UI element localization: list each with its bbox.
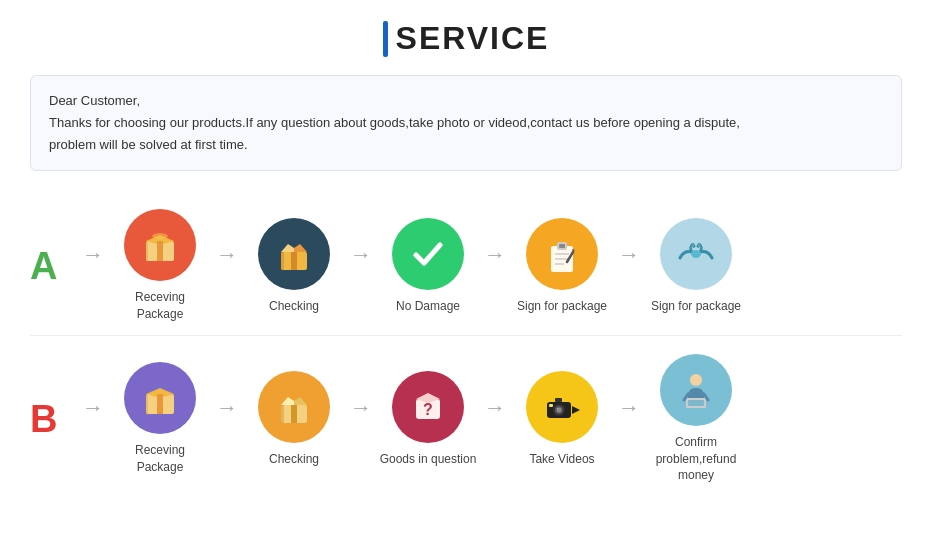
- svg-marker-26: [281, 405, 284, 423]
- arrow-a3: →: [484, 242, 506, 268]
- arrow-b0: →: [82, 395, 104, 421]
- b-label-2: Checking: [269, 451, 319, 468]
- svg-marker-7: [294, 244, 307, 252]
- svg-rect-41: [688, 400, 704, 406]
- notice-line1: Dear Customer,: [49, 90, 883, 112]
- svg-point-35: [557, 407, 559, 409]
- a-icon-4: [526, 218, 598, 290]
- svg-rect-27: [291, 405, 297, 423]
- title-accent-bar: [383, 21, 388, 57]
- svg-text:?: ?: [423, 401, 433, 418]
- a-icon-3: [392, 218, 464, 290]
- svg-rect-9: [291, 252, 297, 270]
- b-item-1: Receving Package: [110, 362, 210, 476]
- b-label-5: Confirm problem,refund money: [646, 434, 746, 484]
- a-label-4: Sign for package: [517, 298, 607, 315]
- svg-point-18: [691, 250, 701, 258]
- flow-row-a: A → Receving Package →: [30, 199, 902, 327]
- a-item-3: No Damage: [378, 218, 478, 315]
- b-item-5: Confirm problem,refund money: [646, 354, 746, 484]
- notice-line3: problem will be solved at first time.: [49, 134, 883, 156]
- title-row: SERVICE: [383, 20, 550, 57]
- arrow-b4: →: [618, 395, 640, 421]
- b-label-4: Take Videos: [529, 451, 594, 468]
- a-item-5: Sign for package: [646, 218, 746, 315]
- a-label-3: No Damage: [396, 298, 460, 315]
- notice-box: Dear Customer, Thanks for choosing our p…: [30, 75, 902, 171]
- svg-rect-12: [559, 244, 565, 248]
- b-item-3: ? Goods in question: [378, 371, 478, 468]
- a-icon-2: [258, 218, 330, 290]
- b-item-2: Checking: [244, 371, 344, 468]
- a-icon-5: [660, 218, 732, 290]
- a-label-5: Sign for package: [651, 298, 741, 315]
- a-item-4: Sign for package: [512, 218, 612, 315]
- b-label-3: Goods in question: [380, 451, 477, 468]
- b-icon-1: [124, 362, 196, 434]
- svg-point-39: [690, 374, 702, 386]
- a-icon-1: [124, 209, 196, 281]
- svg-marker-3: [146, 241, 148, 263]
- arrow-b2: →: [350, 395, 372, 421]
- arrow-b1: →: [216, 395, 238, 421]
- b-icon-4: [526, 371, 598, 443]
- row-divider: [30, 335, 902, 336]
- svg-marker-22: [146, 394, 148, 416]
- b-icon-3: ?: [392, 371, 464, 443]
- a-item-1: Receving Package: [110, 209, 210, 323]
- svg-rect-37: [549, 404, 553, 407]
- arrow-a2: →: [350, 242, 372, 268]
- svg-marker-6: [281, 244, 294, 252]
- b-icon-5: [660, 354, 732, 426]
- a-label-2: Checking: [269, 298, 319, 315]
- a-label-1: Receving Package: [110, 289, 210, 323]
- flow-row-b: B → Receving Package → Checking →: [30, 344, 902, 488]
- b-label-1: Receving Package: [110, 442, 210, 476]
- svg-marker-25: [294, 397, 307, 405]
- svg-rect-21: [157, 394, 163, 414]
- svg-rect-36: [555, 398, 562, 402]
- svg-rect-2: [157, 241, 163, 261]
- arrow-a0: →: [82, 242, 104, 268]
- b-item-4: Take Videos: [512, 371, 612, 468]
- arrow-a4: →: [618, 242, 640, 268]
- svg-marker-38: [572, 406, 580, 414]
- notice-line2: Thanks for choosing our products.If any …: [49, 112, 883, 134]
- svg-marker-8: [281, 252, 284, 270]
- arrow-b3: →: [484, 395, 506, 421]
- b-icon-2: [258, 371, 330, 443]
- svg-point-4: [152, 233, 168, 239]
- svg-marker-24: [281, 397, 294, 405]
- row-b-letter: B: [30, 398, 66, 441]
- page-title: SERVICE: [396, 20, 550, 57]
- a-item-2: Checking: [244, 218, 344, 315]
- arrow-a1: →: [216, 242, 238, 268]
- row-a-letter: A: [30, 245, 66, 288]
